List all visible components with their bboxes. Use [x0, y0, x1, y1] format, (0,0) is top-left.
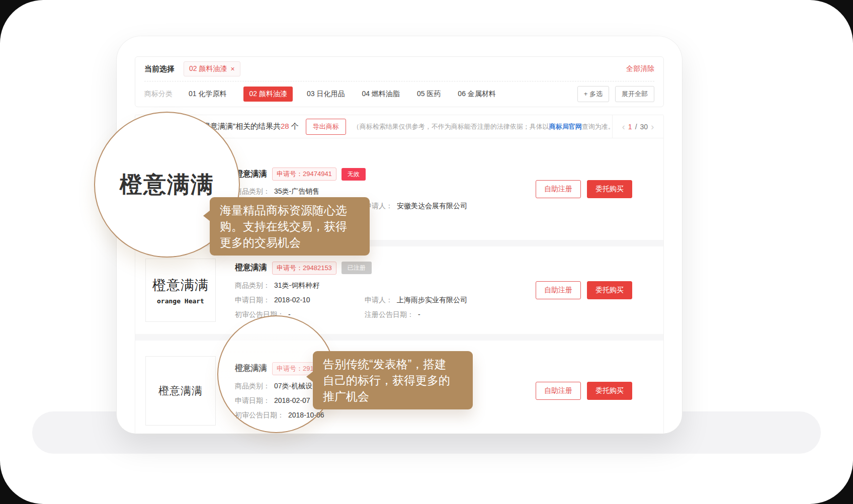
- info-row: 初审公告日期：2018-10-06: [235, 411, 526, 420]
- trademark-image-subtext: orange Heart: [157, 297, 204, 305]
- entrust-purchase-button[interactable]: 委托购买: [587, 281, 632, 299]
- trademark-name: 橙意满满: [235, 363, 267, 374]
- summary-unit: 个: [289, 122, 299, 130]
- info-row: 商品类别：31类-饲料种籽: [235, 281, 526, 290]
- clear-all-link[interactable]: 全部清除: [626, 64, 654, 73]
- tooltip-line: 购。支持在线交易，获得: [220, 218, 360, 234]
- info-row: 申请日期：2018-02-10 申请人：上海雨步实业有限公司: [235, 296, 526, 305]
- field-value: 31类-饲料种籽: [274, 281, 319, 290]
- application-number-label: 申请号：: [277, 170, 303, 178]
- field-label: 商品类别：: [235, 382, 270, 391]
- category-pair: 商品类别：31类-饲料种籽: [235, 281, 319, 290]
- application-number-chip: 申请号：29474941: [272, 167, 336, 181]
- title-row: 橙意满满 申请号：29482153 已注册: [235, 262, 526, 275]
- trademark-name: 橙意满满: [235, 263, 267, 273]
- field-label: 申请日期：: [235, 296, 270, 305]
- tooltip-line: 推广机会: [323, 388, 463, 404]
- apply-date-pair: 申请日期：2018-02-10: [235, 296, 365, 305]
- pagination: ‹ 1 / 30 ›: [612, 115, 663, 138]
- field-value: -: [418, 310, 420, 319]
- info-row: 商品类别：35类-广告销售: [235, 187, 526, 196]
- page-background: 当前选择 02 颜料油漆 × 全部清除 商标分类 01 化学原料 02 颜料油漆…: [0, 0, 853, 504]
- field-value: 安徽美达会展有限公司: [397, 202, 467, 211]
- field-value: 上海雨步实业有限公司: [397, 296, 467, 305]
- disclaimer-prefix: （商标检索结果仅供参考，不作为商标能否注册的法律依据；具体以: [353, 123, 549, 130]
- tooltip-line: 海量精品商标资源随心选: [220, 202, 360, 218]
- application-number-label: 申请号：: [277, 365, 303, 372]
- reg-notice-pair: 注册公告日期：-: [365, 310, 420, 319]
- entrust-purchase-button[interactable]: 委托购买: [587, 180, 632, 198]
- tooltip-line: 告别传统“发表格”，搭建: [323, 356, 463, 372]
- official-site-link[interactable]: 商标局官网: [549, 123, 582, 130]
- tooltip-line: 更多的交易机会: [220, 234, 360, 250]
- category-pair: 商品类别：07类-机械设备: [235, 382, 319, 391]
- category-tabs-row: 商标分类 01 化学原料 02 颜料油漆 03 日化用品 04 燃料油脂 05 …: [144, 81, 654, 107]
- self-register-button[interactable]: 自助注册: [536, 180, 581, 198]
- filter-panel: 当前选择 02 颜料油漆 × 全部清除 商标分类 01 化学原料 02 颜料油漆…: [135, 56, 664, 107]
- tooltip-marketplace: 海量精品商标资源随心选 购。支持在线交易，获得 更多的交易机会: [210, 197, 370, 256]
- chip-close-icon[interactable]: ×: [230, 65, 234, 73]
- tooltip-promotion: 告别传统“发表格”，搭建 自己的标行，获得更多的 推广机会: [313, 351, 473, 409]
- tab-03-daily-chemical[interactable]: 03 日化用品: [307, 90, 345, 99]
- first-notice-pair: 初审公告日期：-: [235, 310, 365, 319]
- application-number-chip: 申请号：29482153: [272, 262, 336, 275]
- prev-page-icon[interactable]: ‹: [622, 122, 625, 131]
- field-label: 申请日期：: [235, 396, 270, 405]
- field-label: 申请人：: [365, 296, 393, 305]
- application-number: 29474941: [303, 170, 332, 178]
- disclaimer-text: （商标检索结果仅供参考，不作为商标能否注册的法律依据；具体以商标局官网查询为准。…: [353, 122, 612, 131]
- results-count: 28: [281, 122, 289, 130]
- field-value: 2018-02-07: [274, 396, 310, 405]
- field-label: 初审公告日期：: [235, 310, 284, 319]
- card-actions: 自助注册 委托购买: [536, 281, 632, 299]
- tooltip-arrow-icon: [203, 210, 210, 221]
- disclaimer-suffix: 查询为准。）: [582, 123, 612, 130]
- trademark-image-text: 橙意满满: [158, 384, 203, 398]
- trademark-image-text: 橙意满满: [152, 276, 209, 294]
- applicant-pair: 申请人：上海雨步实业有限公司: [365, 296, 467, 305]
- field-label: 商品类别：: [235, 187, 270, 196]
- tab-04-fuel[interactable]: 04 燃料油脂: [362, 90, 399, 99]
- trademark-name: 橙意满满: [235, 169, 267, 180]
- total-pages: 30: [640, 123, 648, 131]
- tab-01-chemical[interactable]: 01 化学原料: [189, 90, 226, 99]
- field-value: -: [288, 310, 291, 319]
- field-label: 商品类别：: [235, 281, 270, 290]
- card-gap: [135, 334, 663, 341]
- field-label: 注册公告日期：: [365, 310, 414, 319]
- category-pair: 商品类别：35类-广告销售: [235, 187, 319, 196]
- applicant-pair: 申请人：安徽美达会展有限公司: [365, 202, 467, 211]
- tooltip-arrow-icon: [306, 371, 313, 382]
- magnified-trademark-text: 橙意满满: [120, 170, 214, 200]
- current-selection-row: 当前选择 02 颜料油漆 × 全部清除: [144, 57, 654, 81]
- category-bar-label: 商标分类: [144, 90, 173, 99]
- status-badge-invalid: 无效: [342, 168, 366, 181]
- field-label: 初审公告日期：: [235, 411, 284, 420]
- entrust-purchase-button[interactable]: 委托购买: [587, 382, 632, 400]
- first-notice-pair: 初审公告日期：2018-10-06: [235, 411, 365, 420]
- next-page-icon[interactable]: ›: [651, 122, 654, 131]
- self-register-button[interactable]: 自助注册: [536, 382, 581, 400]
- trademark-image-3: 橙意满满: [145, 356, 216, 426]
- card-actions: 自助注册 委托购买: [536, 180, 632, 198]
- field-value: 2018-10-06: [288, 411, 324, 420]
- selected-filter-chip[interactable]: 02 颜料油漆 ×: [184, 61, 240, 76]
- card-actions: 自助注册 委托购买: [536, 382, 632, 400]
- field-value: 35类-广告销售: [274, 187, 319, 196]
- card-body: 橙意满满 申请号：29482153 已注册 商品类别：31类-饲料种籽 申请日期…: [235, 262, 526, 319]
- multi-select-button[interactable]: + 多选: [577, 86, 609, 102]
- self-register-button[interactable]: 自助注册: [536, 281, 581, 299]
- export-trademarks-button[interactable]: 导出商标: [306, 119, 346, 135]
- application-number: 29482153: [303, 264, 332, 272]
- tab-02-paint-active[interactable]: 02 颜料油漆: [243, 87, 292, 102]
- info-row: 初审公告日期：- 注册公告日期：-: [235, 310, 526, 319]
- current-selection-label: 当前选择: [144, 64, 175, 74]
- chip-label: 02 颜料油漆: [189, 64, 227, 73]
- tooltip-line: 自己的标行，获得更多的: [323, 372, 463, 388]
- current-page: 1: [628, 123, 632, 131]
- title-row: 橙意满满 申请号：29474941 无效: [235, 167, 526, 181]
- tab-05-medicine[interactable]: 05 医药: [417, 90, 441, 99]
- result-card-2: 橙意满满 orange Heart 橙意满满 申请号：29482153 已注册 …: [135, 246, 663, 334]
- expand-all-button[interactable]: 展开全部: [615, 86, 654, 102]
- tab-06-metal[interactable]: 06 金属材料: [458, 90, 495, 99]
